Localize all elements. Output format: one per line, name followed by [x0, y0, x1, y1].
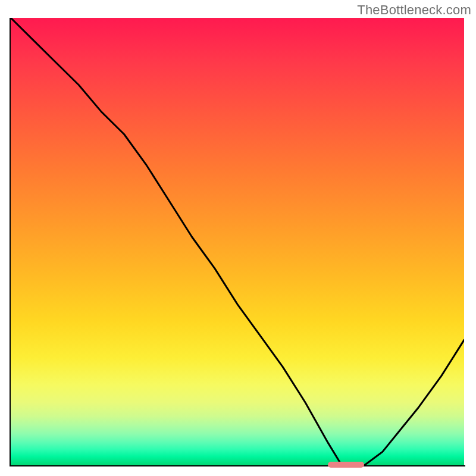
- chart-container: TheBottleneck.com: [0, 0, 476, 476]
- watermark-text: TheBottleneck.com: [357, 2, 471, 18]
- y-axis: [10, 18, 11, 465]
- plot-area: [11, 18, 464, 465]
- x-axis: [10, 465, 465, 466]
- optimal-range-marker: [328, 462, 364, 468]
